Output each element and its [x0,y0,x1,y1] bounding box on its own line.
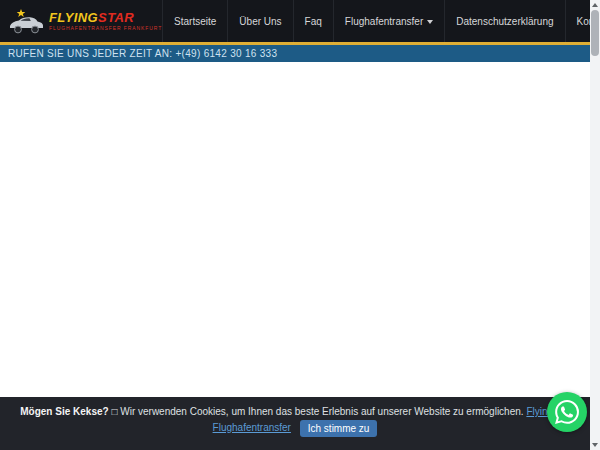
brand-logo[interactable]: FLYINGSTAR FLUGHAFENTRANSFER FRANKFURT [0,8,162,34]
nav-item-flughafentransfer[interactable]: Flughafentransfer [333,0,444,42]
nav-item-faq[interactable]: Faq [293,0,333,42]
scroll-up-arrow[interactable] [590,0,600,10]
cookie-link-flughafentransfer[interactable]: Flughafentransfer [213,422,291,433]
cookie-consent-banner: Mögen Sie Kekse? □ Wir verwenden Cookies… [0,397,590,450]
main-content [0,62,590,397]
scrollbar-thumb[interactable] [591,10,599,56]
brand-name-part1: FLYING [49,10,98,25]
page: FLYINGSTAR FLUGHAFENTRANSFER FRANKFURT S… [0,0,590,450]
scroll-down-arrow[interactable] [590,440,600,450]
whatsapp-button[interactable] [547,392,587,432]
nav-item-ueber-uns[interactable]: Über Uns [227,0,292,42]
car-star-icon [8,8,44,34]
phone-info-text: RUFEN SIE UNS JEDER ZEIT AN: +(49) 6142 … [8,48,277,59]
chevron-down-icon [427,20,433,24]
cookie-message: Wir verwenden Cookies, um Ihnen das best… [120,406,523,417]
brand-tagline: FLUGHAFENTRANSFER FRANKFURT [49,26,162,31]
nav-item-startseite[interactable]: Startseite [162,0,227,42]
whatsapp-icon [555,400,579,424]
cookie-accept-button[interactable]: Ich stimme zu [300,420,378,437]
site-header: FLYINGSTAR FLUGHAFENTRANSFER FRANKFURT S… [0,0,590,45]
phone-info-bar: RUFEN SIE UNS JEDER ZEIT AN: +(49) 6142 … [0,45,590,62]
cookie-title: Mögen Sie Kekse? [20,406,108,417]
cookie-emoji-placeholder: □ [111,406,117,417]
brand-name-part2: STAR [98,10,134,25]
vertical-scrollbar[interactable] [590,0,600,450]
nav-item-datenschutzerklaerung[interactable]: Datenschutzerklärung [444,0,564,42]
brand-name: FLYINGSTAR [49,11,162,24]
main-nav: Startseite Über Uns Faq Flughafentransfe… [162,0,600,42]
